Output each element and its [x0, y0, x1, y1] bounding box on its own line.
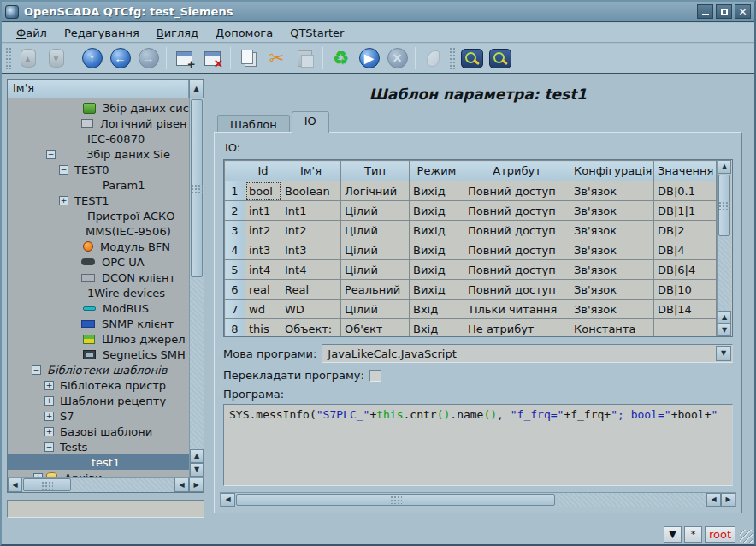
- page-scroll-right-button[interactable]: ▶: [721, 493, 735, 507]
- collapse-minus-icon[interactable]: −: [46, 150, 56, 159]
- titlebar[interactable]: OpenSCADA QTCfg: test_Siemens ✕: [2, 2, 754, 22]
- table-cell[interactable]: int1: [245, 201, 281, 221]
- tree-item[interactable]: +Бібліотека пристр: [8, 377, 189, 393]
- table-cell[interactable]: Int3: [281, 240, 341, 260]
- tree-item[interactable]: Логічний рівен: [8, 116, 189, 131]
- tree-item[interactable]: −Бібліотеки шаблонів: [8, 362, 189, 377]
- table-scroll-up-button[interactable]: ▲: [718, 160, 731, 174]
- table-header-Режим[interactable]: Режим: [410, 161, 464, 181]
- close-button[interactable]: ✕: [735, 4, 751, 19]
- table-cell[interactable]: Вихід: [410, 201, 464, 221]
- tree-item[interactable]: +Архіви: [8, 470, 189, 477]
- table-header-Конфігурація[interactable]: Конфігурація: [570, 161, 654, 181]
- table-cell[interactable]: real: [245, 280, 281, 300]
- table-cell[interactable]: Real: [281, 280, 341, 300]
- tree-filter-input[interactable]: [7, 500, 204, 518]
- expand-plus-icon[interactable]: +: [44, 396, 54, 406]
- tree-item[interactable]: OPC UA: [8, 254, 189, 270]
- table-cell[interactable]: Зв'язок: [570, 260, 654, 280]
- table-cell[interactable]: Вихід: [410, 280, 464, 300]
- status-dropdown-button[interactable]: ▼: [664, 526, 682, 543]
- delete-item-button[interactable]: [198, 45, 227, 71]
- page-hscroll-track[interactable]: [556, 493, 706, 507]
- table-cell[interactable]: Вихід: [410, 260, 464, 280]
- table-cell[interactable]: Вхід: [410, 319, 464, 338]
- table-cell[interactable]: int2: [245, 221, 281, 240]
- tree-scroll-thumb[interactable]: [191, 99, 203, 277]
- table-cell[interactable]: Вхід: [410, 300, 464, 319]
- current-user-button[interactable]: root: [705, 526, 735, 543]
- table-cell[interactable]: Зв'язок: [570, 221, 654, 240]
- toolbar-handle[interactable]: [5, 47, 12, 69]
- tree-item[interactable]: IEC-60870: [8, 131, 189, 146]
- table-cell[interactable]: WD: [281, 300, 341, 319]
- tab-Шаблон[interactable]: Шаблон: [217, 115, 290, 133]
- tree-column-header[interactable]: Ім'я: [8, 80, 189, 98]
- tree-item[interactable]: Param1: [8, 177, 189, 193]
- tree-item[interactable]: MMS(IEC-9506): [8, 223, 189, 239]
- tree-item[interactable]: Модуль BFN: [8, 239, 189, 254]
- page-horizontal-scrollbar[interactable]: ◀ ◀ ▶: [220, 492, 736, 507]
- tree-scroll-up-button[interactable]: ▲: [189, 80, 204, 98]
- menu-item-5[interactable]: QTStarter: [282, 25, 351, 41]
- tree-item[interactable]: Пристрої АСКО: [8, 208, 189, 223]
- tree-item[interactable]: Шлюз джерел: [8, 331, 189, 347]
- table-header-Тип[interactable]: Тип: [341, 161, 410, 181]
- tree-item[interactable]: +Шаблони рецепту: [8, 393, 189, 408]
- table-cell[interactable]: DB|0.1: [654, 181, 717, 201]
- table-cell[interactable]: Вихід: [410, 240, 464, 260]
- table-cell[interactable]: 4: [225, 240, 245, 260]
- table-cell[interactable]: DB|14: [654, 300, 717, 319]
- expand-plus-icon[interactable]: +: [59, 196, 68, 205]
- tree-scroll-left-button[interactable]: ◀: [8, 478, 22, 492]
- table-cell[interactable]: Повний доступ: [464, 260, 570, 280]
- expand-plus-icon[interactable]: +: [44, 381, 54, 390]
- table-cell[interactable]: DB|2: [654, 221, 717, 240]
- table-cell[interactable]: Повний доступ: [464, 181, 570, 201]
- table-cell[interactable]: Логічний: [341, 181, 410, 201]
- tree-item[interactable]: Збір даних сис: [8, 100, 189, 116]
- combo-dropdown-icon[interactable]: ▼: [716, 346, 731, 361]
- toolbar-handle[interactable]: [449, 47, 456, 69]
- tab-IO[interactable]: IO: [292, 111, 329, 133]
- table-cell[interactable]: 5: [225, 260, 245, 280]
- table-cell[interactable]: Цілий: [341, 201, 410, 221]
- table-cell[interactable]: 1: [225, 181, 245, 201]
- menu-item-1[interactable]: Файл: [9, 25, 55, 41]
- table-cell[interactable]: 3: [225, 221, 245, 240]
- tree-item[interactable]: ModBUS: [8, 300, 189, 316]
- table-cell[interactable]: 7: [225, 300, 245, 319]
- table-cell[interactable]: Зв'язок: [570, 181, 654, 201]
- tree-scroll-left2-button[interactable]: ◀: [174, 478, 189, 492]
- menu-item-4[interactable]: Допомога: [208, 25, 281, 41]
- table-cell[interactable]: Зв'язок: [570, 201, 654, 221]
- tree-scroll-track[interactable]: [190, 278, 204, 449]
- table-cell[interactable]: DB|10: [654, 280, 717, 300]
- tree-item[interactable]: +TEST1: [8, 193, 189, 208]
- page-scroll-left-button[interactable]: ◀: [221, 493, 235, 507]
- table-cell[interactable]: Константа: [570, 319, 654, 338]
- tree-item[interactable]: −Збір даних Sie: [8, 146, 189, 162]
- maximize-button[interactable]: [716, 4, 732, 19]
- expand-plus-icon[interactable]: +: [33, 473, 43, 478]
- table-cell[interactable]: this: [245, 319, 281, 338]
- table-cell[interactable]: [654, 319, 717, 338]
- table-cell[interactable]: wd: [245, 300, 281, 319]
- table-cell[interactable]: Вихід: [410, 221, 464, 240]
- tree-item[interactable]: −Tests: [8, 439, 189, 454]
- status-star-button[interactable]: *: [684, 526, 702, 543]
- tree-horizontal-scrollbar[interactable]: ◀ ◀ ▶: [8, 477, 204, 492]
- tree-item[interactable]: SNMP клієнт: [8, 316, 189, 331]
- table-cell[interactable]: Int2: [281, 221, 341, 240]
- tree-hscroll-track[interactable]: [72, 478, 174, 492]
- resize-grip[interactable]: [740, 530, 753, 543]
- table-cell[interactable]: Тільки читання: [464, 300, 570, 319]
- table-cell[interactable]: Повний доступ: [464, 201, 570, 221]
- menu-item-3[interactable]: Вигляд: [149, 25, 206, 41]
- language-combobox[interactable]: JavaLikeCalc.JavaScript ▼: [322, 344, 733, 363]
- translate-checkbox[interactable]: [369, 370, 381, 382]
- table-cell[interactable]: Вихід: [410, 181, 464, 201]
- find-visual-button[interactable]: [458, 45, 486, 71]
- page-hscroll-thumb[interactable]: [236, 494, 555, 506]
- tree-scroll-down-button[interactable]: ▼: [190, 463, 204, 477]
